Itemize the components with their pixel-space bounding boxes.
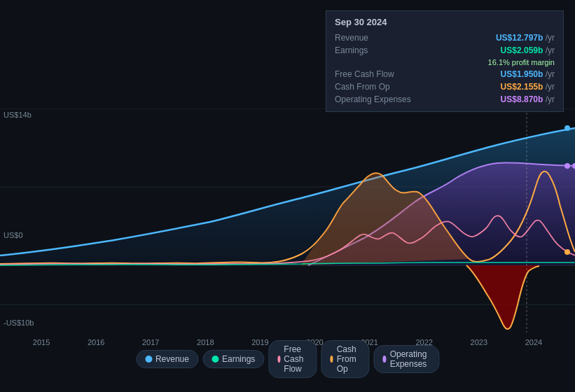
legend-item-fcf[interactable]: Free Cash Flow [268,340,317,378]
chart-container: Sep 30 2024 Revenue US$12.797b /yr Earni… [0,0,575,392]
tooltip-value-revenue: US$12.797b /yr [496,33,555,43]
tooltip-label-fcf: Free Cash Flow [335,69,419,79]
svg-point-8 [564,249,570,255]
tooltip-label-revenue: Revenue [335,33,419,43]
tooltip-row-fcf: Free Cash Flow US$1.950b /yr [335,68,555,80]
legend-item-earnings[interactable]: Earnings [202,350,264,368]
tooltip-panel: Sep 30 2024 Revenue US$12.797b /yr Earni… [326,10,564,112]
tooltip-margin-value: 16.1% profit margin [488,58,555,66]
tooltip-value-opex: US$8.870b /yr [501,94,555,104]
x-label-2015: 2015 [33,338,50,346]
tooltip-value-fcf: US$1.950b /yr [501,69,555,79]
svg-point-6 [564,125,570,131]
x-label-2023: 2023 [471,338,487,346]
tooltip-date: Sep 30 2024 [335,17,555,27]
tooltip-label-cashop: Cash From Op [335,82,419,92]
legend-dot-earnings [212,356,219,363]
legend-item-revenue[interactable]: Revenue [136,350,198,368]
chart-legend: Revenue Earnings Free Cash Flow Cash Fro… [136,340,439,378]
x-label-2016: 2016 [88,338,104,346]
tooltip-row-revenue: Revenue US$12.797b /yr [335,31,555,44]
legend-label-fcf: Free Cash Flow [284,344,307,374]
legend-label-cashop: Cash From Op [337,344,361,374]
legend-label-opex: Operating Expenses [390,349,430,369]
tooltip-label-opex: Operating Expenses [335,94,419,104]
tooltip-row-earnings: Earnings US$2.059b /yr [335,44,555,57]
svg-point-7 [564,163,570,169]
tooltip-row-cashop: Cash From Op US$2.155b /yr [335,80,555,93]
tooltip-label-earnings: Earnings [335,46,419,55]
legend-dot-opex [382,356,386,363]
legend-item-opex[interactable]: Operating Expenses [373,345,439,373]
tooltip-row-margin: 16.1% profit margin [335,57,555,68]
legend-dot-fcf [277,356,280,363]
tooltip-value-cashop: US$2.155b /yr [501,82,555,92]
tooltip-value-earnings: US$2.059b /yr [501,46,555,55]
legend-dot-cashop [330,356,333,363]
chart-svg [0,108,575,332]
legend-dot-revenue [145,356,152,363]
legend-label-earnings: Earnings [222,354,255,364]
legend-item-cashop[interactable]: Cash From Op [321,340,369,378]
x-label-2024: 2024 [525,338,542,346]
tooltip-row-opex: Operating Expenses US$8.870b /yr [335,93,555,106]
legend-label-revenue: Revenue [155,354,189,364]
